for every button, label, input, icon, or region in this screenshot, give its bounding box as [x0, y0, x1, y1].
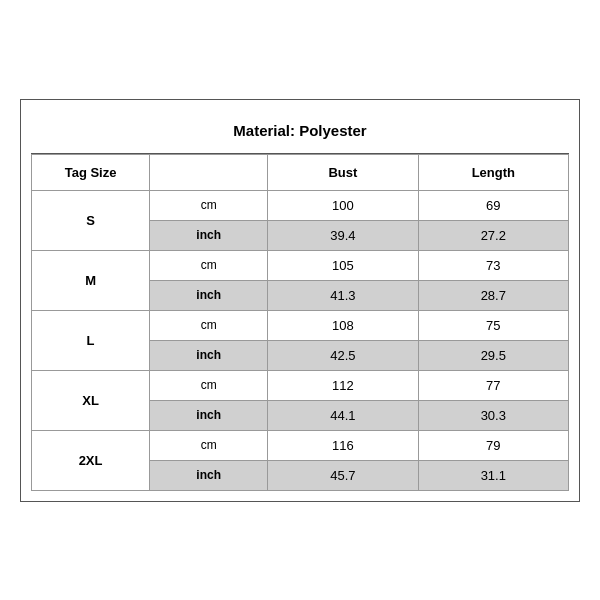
- bust-cm: 100: [268, 190, 418, 220]
- bust-cm: 105: [268, 250, 418, 280]
- unit-inch: inch: [150, 400, 268, 430]
- size-chart-container: Material: Polyester Tag Size Bust Length…: [20, 99, 580, 502]
- unit-inch: inch: [150, 340, 268, 370]
- bust-inch: 42.5: [268, 340, 418, 370]
- bust-cm: 108: [268, 310, 418, 340]
- table-row: 2XLcm11679: [32, 430, 569, 460]
- table-row: Mcm10573: [32, 250, 569, 280]
- bust-inch: 41.3: [268, 280, 418, 310]
- unit-cm: cm: [150, 190, 268, 220]
- unit-cm: cm: [150, 310, 268, 340]
- length-inch: 31.1: [418, 460, 568, 490]
- length-inch: 29.5: [418, 340, 568, 370]
- size-table: Tag Size Bust Length Scm10069inch39.427.…: [31, 154, 569, 491]
- length-inch: 30.3: [418, 400, 568, 430]
- unit-inch: inch: [150, 220, 268, 250]
- unit-cm: cm: [150, 250, 268, 280]
- bust-cm: 116: [268, 430, 418, 460]
- size-label: M: [32, 250, 150, 310]
- header-unit: [150, 154, 268, 190]
- chart-title: Material: Polyester: [31, 110, 569, 154]
- unit-cm: cm: [150, 370, 268, 400]
- length-cm: 69: [418, 190, 568, 220]
- bust-cm: 112: [268, 370, 418, 400]
- header-length: Length: [418, 154, 568, 190]
- table-row: XLcm11277: [32, 370, 569, 400]
- length-cm: 77: [418, 370, 568, 400]
- length-inch: 27.2: [418, 220, 568, 250]
- size-label: L: [32, 310, 150, 370]
- unit-inch: inch: [150, 280, 268, 310]
- size-label: S: [32, 190, 150, 250]
- length-cm: 73: [418, 250, 568, 280]
- bust-inch: 39.4: [268, 220, 418, 250]
- length-cm: 79: [418, 430, 568, 460]
- unit-cm: cm: [150, 430, 268, 460]
- bust-inch: 45.7: [268, 460, 418, 490]
- bust-inch: 44.1: [268, 400, 418, 430]
- length-inch: 28.7: [418, 280, 568, 310]
- size-label: XL: [32, 370, 150, 430]
- length-cm: 75: [418, 310, 568, 340]
- size-label: 2XL: [32, 430, 150, 490]
- unit-inch: inch: [150, 460, 268, 490]
- header-tag-size: Tag Size: [32, 154, 150, 190]
- table-row: Scm10069: [32, 190, 569, 220]
- table-row: Lcm10875: [32, 310, 569, 340]
- header-bust: Bust: [268, 154, 418, 190]
